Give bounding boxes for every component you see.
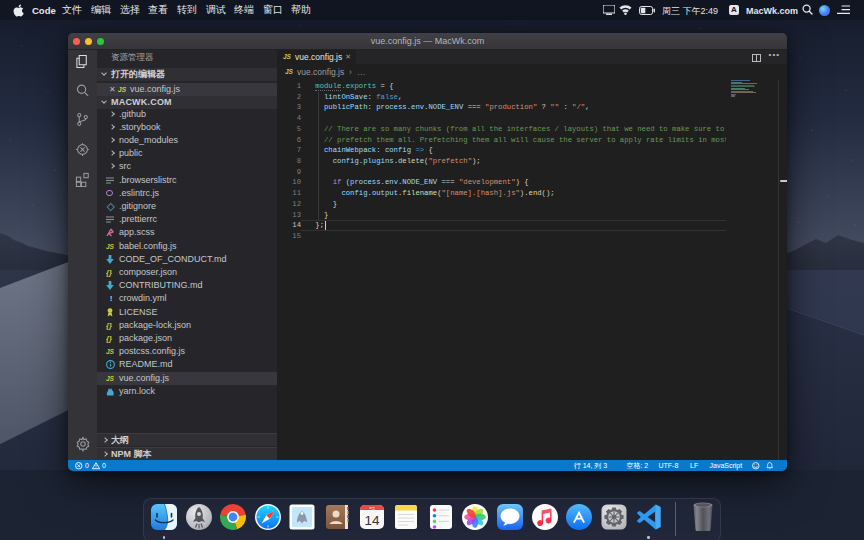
svg-text:周五: 周五: [369, 506, 375, 510]
svg-text:14: 14: [364, 513, 380, 528]
